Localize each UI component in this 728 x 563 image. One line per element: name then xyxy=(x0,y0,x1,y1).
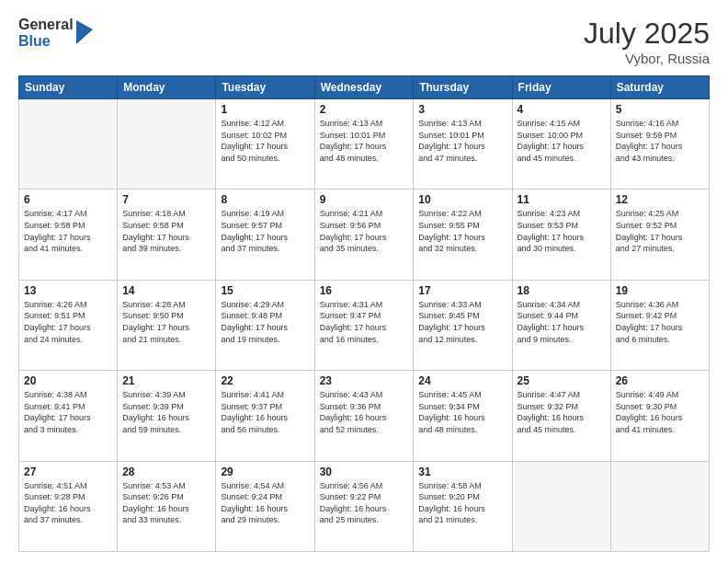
calendar-cell-w5-d6 xyxy=(610,461,709,551)
day-info: Sunrise: 4:31 AM Sunset: 9:47 PM Dayligh… xyxy=(320,299,409,345)
day-info: Sunrise: 4:49 AM Sunset: 9:30 PM Dayligh… xyxy=(616,389,704,435)
logo-text: General Blue xyxy=(18,17,74,51)
day-info: Sunrise: 4:23 AM Sunset: 9:53 PM Dayligh… xyxy=(518,208,606,254)
week-row-1: 1Sunrise: 4:12 AM Sunset: 10:02 PM Dayli… xyxy=(19,99,710,190)
day-number: 14 xyxy=(122,284,210,297)
calendar-cell-w5-d4: 31Sunrise: 4:58 AM Sunset: 9:20 PM Dayli… xyxy=(414,461,512,551)
calendar-cell-w2-d3: 9Sunrise: 4:21 AM Sunset: 9:56 PM Daylig… xyxy=(314,190,414,280)
calendar-cell-w2-d6: 12Sunrise: 4:25 AM Sunset: 9:52 PM Dayli… xyxy=(610,190,709,280)
calendar-cell-w1-d6: 5Sunrise: 4:16 AM Sunset: 9:59 PM Daylig… xyxy=(610,99,709,190)
week-row-2: 6Sunrise: 4:17 AM Sunset: 9:58 PM Daylig… xyxy=(19,190,710,280)
day-info: Sunrise: 4:38 AM Sunset: 9:41 PM Dayligh… xyxy=(24,389,112,435)
calendar-cell-w3-d1: 14Sunrise: 4:28 AM Sunset: 9:50 PM Dayli… xyxy=(118,280,216,370)
calendar-cell-w3-d3: 16Sunrise: 4:31 AM Sunset: 9:47 PM Dayli… xyxy=(314,280,414,370)
calendar-cell-w3-d4: 17Sunrise: 4:33 AM Sunset: 9:45 PM Dayli… xyxy=(414,280,512,370)
calendar-cell-w4-d6: 26Sunrise: 4:49 AM Sunset: 9:30 PM Dayli… xyxy=(610,371,709,461)
day-number: 22 xyxy=(221,374,309,387)
day-number: 27 xyxy=(24,465,112,478)
day-info: Sunrise: 4:21 AM Sunset: 9:56 PM Dayligh… xyxy=(320,208,409,254)
week-row-5: 27Sunrise: 4:51 AM Sunset: 9:28 PM Dayli… xyxy=(19,461,710,551)
header-monday: Monday xyxy=(118,76,216,99)
day-number: 7 xyxy=(122,193,210,206)
day-number: 17 xyxy=(418,284,506,297)
day-number: 23 xyxy=(320,374,409,387)
weekday-header-row: Sunday Monday Tuesday Wednesday Thursday… xyxy=(19,76,710,99)
day-number: 31 xyxy=(418,465,506,478)
calendar-cell-w1-d4: 3Sunrise: 4:13 AM Sunset: 10:01 PM Dayli… xyxy=(414,99,512,190)
day-info: Sunrise: 4:53 AM Sunset: 9:26 PM Dayligh… xyxy=(122,480,210,526)
day-number: 9 xyxy=(320,193,409,206)
day-number: 20 xyxy=(24,374,112,387)
day-number: 30 xyxy=(320,465,409,478)
header-saturday: Saturday xyxy=(610,76,709,99)
calendar-cell-w1-d2: 1Sunrise: 4:12 AM Sunset: 10:02 PM Dayli… xyxy=(216,99,314,190)
day-info: Sunrise: 4:39 AM Sunset: 9:39 PM Dayligh… xyxy=(122,389,210,435)
day-number: 11 xyxy=(518,193,606,206)
calendar-cell-w1-d0 xyxy=(19,99,118,190)
day-number: 10 xyxy=(418,193,506,206)
logo-general: General xyxy=(18,17,74,33)
day-info: Sunrise: 4:58 AM Sunset: 9:20 PM Dayligh… xyxy=(418,480,506,526)
calendar-cell-w3-d2: 15Sunrise: 4:29 AM Sunset: 9:48 PM Dayli… xyxy=(216,280,314,370)
month-year-title: July 2025 xyxy=(584,17,710,51)
day-info: Sunrise: 4:18 AM Sunset: 9:58 PM Dayligh… xyxy=(122,208,210,254)
day-number: 6 xyxy=(24,193,112,206)
day-number: 8 xyxy=(221,193,309,206)
calendar-cell-w4-d5: 25Sunrise: 4:47 AM Sunset: 9:32 PM Dayli… xyxy=(512,371,610,461)
day-info: Sunrise: 4:56 AM Sunset: 9:22 PM Dayligh… xyxy=(320,480,409,526)
page: General Blue July 2025 Vybor, Russia Sun… xyxy=(0,0,728,563)
calendar-cell-w5-d1: 28Sunrise: 4:53 AM Sunset: 9:26 PM Dayli… xyxy=(118,461,216,551)
calendar-cell-w5-d2: 29Sunrise: 4:54 AM Sunset: 9:24 PM Dayli… xyxy=(216,461,314,551)
calendar-cell-w1-d1 xyxy=(118,99,216,190)
calendar-cell-w2-d1: 7Sunrise: 4:18 AM Sunset: 9:58 PM Daylig… xyxy=(118,190,216,280)
calendar-cell-w2-d4: 10Sunrise: 4:22 AM Sunset: 9:55 PM Dayli… xyxy=(414,190,512,280)
calendar-cell-w2-d0: 6Sunrise: 4:17 AM Sunset: 9:58 PM Daylig… xyxy=(19,190,118,280)
calendar-cell-w4-d3: 23Sunrise: 4:43 AM Sunset: 9:36 PM Dayli… xyxy=(314,371,414,461)
day-number: 3 xyxy=(418,103,506,116)
calendar-cell-w5-d0: 27Sunrise: 4:51 AM Sunset: 9:28 PM Dayli… xyxy=(19,461,118,551)
calendar-cell-w4-d1: 21Sunrise: 4:39 AM Sunset: 9:39 PM Dayli… xyxy=(118,371,216,461)
day-info: Sunrise: 4:29 AM Sunset: 9:48 PM Dayligh… xyxy=(221,299,309,345)
header: General Blue July 2025 Vybor, Russia xyxy=(18,17,710,66)
calendar-table: Sunday Monday Tuesday Wednesday Thursday… xyxy=(18,75,710,552)
header-thursday: Thursday xyxy=(414,76,512,99)
day-number: 4 xyxy=(518,103,606,116)
day-number: 29 xyxy=(221,465,309,478)
calendar-cell-w4-d4: 24Sunrise: 4:45 AM Sunset: 9:34 PM Dayli… xyxy=(414,371,512,461)
day-info: Sunrise: 4:36 AM Sunset: 9:42 PM Dayligh… xyxy=(616,299,704,345)
day-number: 21 xyxy=(122,374,210,387)
day-number: 18 xyxy=(518,284,606,297)
day-info: Sunrise: 4:26 AM Sunset: 9:51 PM Dayligh… xyxy=(24,299,112,345)
day-number: 25 xyxy=(518,374,606,387)
week-row-3: 13Sunrise: 4:26 AM Sunset: 9:51 PM Dayli… xyxy=(19,280,710,370)
day-number: 24 xyxy=(418,374,506,387)
calendar-cell-w4-d0: 20Sunrise: 4:38 AM Sunset: 9:41 PM Dayli… xyxy=(19,371,118,461)
day-info: Sunrise: 4:15 AM Sunset: 10:00 PM Daylig… xyxy=(518,118,606,164)
calendar-cell-w1-d3: 2Sunrise: 4:13 AM Sunset: 10:01 PM Dayli… xyxy=(314,99,414,190)
day-info: Sunrise: 4:51 AM Sunset: 9:28 PM Dayligh… xyxy=(24,480,112,526)
day-number: 13 xyxy=(24,284,112,297)
day-info: Sunrise: 4:13 AM Sunset: 10:01 PM Daylig… xyxy=(418,118,506,164)
calendar-cell-w5-d5 xyxy=(512,461,610,551)
logo-icon xyxy=(76,20,93,44)
day-number: 1 xyxy=(221,103,309,116)
day-info: Sunrise: 4:12 AM Sunset: 10:02 PM Daylig… xyxy=(221,118,309,164)
calendar-cell-w3-d5: 18Sunrise: 4:34 AM Sunset: 9:44 PM Dayli… xyxy=(512,280,610,370)
calendar-cell-w3-d0: 13Sunrise: 4:26 AM Sunset: 9:51 PM Dayli… xyxy=(19,280,118,370)
week-row-4: 20Sunrise: 4:38 AM Sunset: 9:41 PM Dayli… xyxy=(19,371,710,461)
day-info: Sunrise: 4:25 AM Sunset: 9:52 PM Dayligh… xyxy=(616,208,704,254)
day-info: Sunrise: 4:45 AM Sunset: 9:34 PM Dayligh… xyxy=(418,389,506,435)
day-number: 5 xyxy=(616,103,704,116)
day-number: 28 xyxy=(122,465,210,478)
title-block: July 2025 Vybor, Russia xyxy=(584,17,710,66)
location-title: Vybor, Russia xyxy=(584,51,710,66)
calendar-cell-w1-d5: 4Sunrise: 4:15 AM Sunset: 10:00 PM Dayli… xyxy=(512,99,610,190)
day-number: 12 xyxy=(616,193,704,206)
day-info: Sunrise: 4:41 AM Sunset: 9:37 PM Dayligh… xyxy=(221,389,309,435)
day-info: Sunrise: 4:13 AM Sunset: 10:01 PM Daylig… xyxy=(320,118,409,164)
header-wednesday: Wednesday xyxy=(314,76,414,99)
day-number: 15 xyxy=(221,284,309,297)
day-info: Sunrise: 4:33 AM Sunset: 9:45 PM Dayligh… xyxy=(418,299,506,345)
day-info: Sunrise: 4:22 AM Sunset: 9:55 PM Dayligh… xyxy=(418,208,506,254)
calendar-cell-w2-d2: 8Sunrise: 4:19 AM Sunset: 9:57 PM Daylig… xyxy=(216,190,314,280)
